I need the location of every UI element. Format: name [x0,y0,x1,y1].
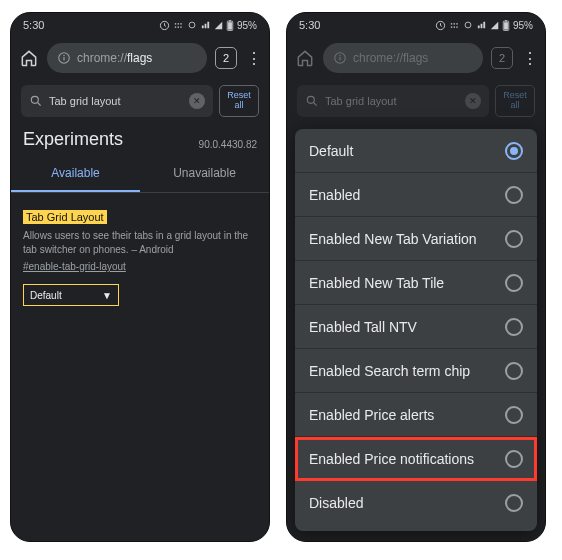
svg-rect-6 [63,57,64,61]
tabs: Available Unavailable [11,156,269,193]
url-bar[interactable]: chrome://flags [47,43,207,73]
dropdown-option[interactable]: Enabled New Tab Tile [295,261,537,305]
flag-dropdown[interactable]: Default ▼ [23,284,119,306]
toolbar: chrome://flags 2 ⋮ [287,37,545,79]
page-title: Experiments [23,129,123,150]
status-icons: 95% [435,20,533,31]
chrome-version: 90.0.4430.82 [199,139,257,150]
dropdown-option[interactable]: Enabled Search term chip [295,349,537,393]
tab-available[interactable]: Available [11,156,140,192]
radio-icon [505,230,523,248]
status-battery: 95% [237,20,257,31]
status-icons: 95% [159,20,257,31]
flag-description: Allows users to see their tabs in a grid… [23,229,257,256]
radio-icon [505,362,523,380]
option-label: Disabled [309,495,363,511]
reset-all-button[interactable]: Reset all [495,85,535,117]
clear-search-icon[interactable]: ✕ [465,93,481,109]
url-bar[interactable]: chrome://flags [323,43,483,73]
dropdown-options-sheet: DefaultEnabledEnabled New Tab VariationE… [295,129,537,531]
status-bar: 5:30 95% [287,13,545,37]
dropdown-option[interactable]: Enabled [295,173,537,217]
option-label: Enabled [309,187,360,203]
radio-icon [505,450,523,468]
status-battery: 95% [513,20,533,31]
option-label: Enabled Tall NTV [309,319,417,335]
option-label: Enabled Price alerts [309,407,434,423]
radio-icon [505,406,523,424]
svg-rect-12 [504,22,508,29]
svg-rect-16 [339,55,340,56]
dropdown-option[interactable]: Disabled [295,481,537,525]
flag-title: Tab Grid Layout [23,210,107,224]
svg-rect-3 [228,22,232,29]
info-icon [57,51,71,65]
radio-icon [505,318,523,336]
svg-rect-15 [339,57,340,61]
flags-search-input[interactable]: Tab grid layout ✕ [21,85,213,117]
home-icon[interactable] [19,48,39,68]
radio-icon [505,494,523,512]
radio-icon [505,142,523,160]
search-icon [305,94,319,108]
phone-right: 5:30 95% chrome://flags 2 ⋮ Tab grid lay… [286,12,546,542]
radio-icon [505,274,523,292]
dropdown-option[interactable]: Enabled New Tab Variation [295,217,537,261]
status-time: 5:30 [23,19,44,31]
option-label: Default [309,143,353,159]
status-time: 5:30 [299,19,320,31]
tab-switcher-button[interactable]: 2 [215,47,237,69]
status-bar: 5:30 95% [11,13,269,37]
option-label: Enabled New Tab Tile [309,275,444,291]
clear-search-icon[interactable]: ✕ [189,93,205,109]
tab-switcher-button[interactable]: 2 [491,47,513,69]
svg-point-10 [465,22,471,28]
flags-search-row: Tab grid layout ✕ Reset all [11,79,269,123]
dropdown-option[interactable]: Enabled Tall NTV [295,305,537,349]
info-icon [333,51,347,65]
svg-point-17 [307,96,314,103]
dropdown-option[interactable]: Default [295,129,537,173]
reset-all-button[interactable]: Reset all [219,85,259,117]
svg-rect-4 [229,20,231,21]
option-label: Enabled Price notifications [309,451,474,467]
dropdown-option[interactable]: Enabled Price notifications [295,437,537,481]
toolbar: chrome://flags 2 ⋮ [11,37,269,79]
overflow-menu-button[interactable]: ⋮ [245,49,261,68]
experiments-header: Experiments 90.0.4430.82 [11,123,269,156]
flag-id-link[interactable]: #enable-tab-grid-layout [23,261,126,272]
tab-unavailable[interactable]: Unavailable [140,156,269,192]
option-label: Enabled Search term chip [309,363,470,379]
flag-item: Tab Grid Layout Allows users to see thei… [11,193,269,320]
flags-search-input[interactable]: Tab grid layout ✕ [297,85,489,117]
svg-point-1 [189,22,195,28]
phone-left: 5:30 95% chrome://flags 2 ⋮ Tab grid lay… [10,12,270,542]
home-icon[interactable] [295,48,315,68]
chevron-down-icon: ▼ [102,290,112,301]
search-icon [29,94,43,108]
svg-rect-7 [63,55,64,56]
radio-icon [505,186,523,204]
svg-point-8 [31,96,38,103]
option-label: Enabled New Tab Variation [309,231,477,247]
flags-search-row: Tab grid layout ✕ Reset all [287,79,545,123]
svg-rect-13 [505,20,507,21]
overflow-menu-button[interactable]: ⋮ [521,49,537,68]
dropdown-option[interactable]: Enabled Price alerts [295,393,537,437]
